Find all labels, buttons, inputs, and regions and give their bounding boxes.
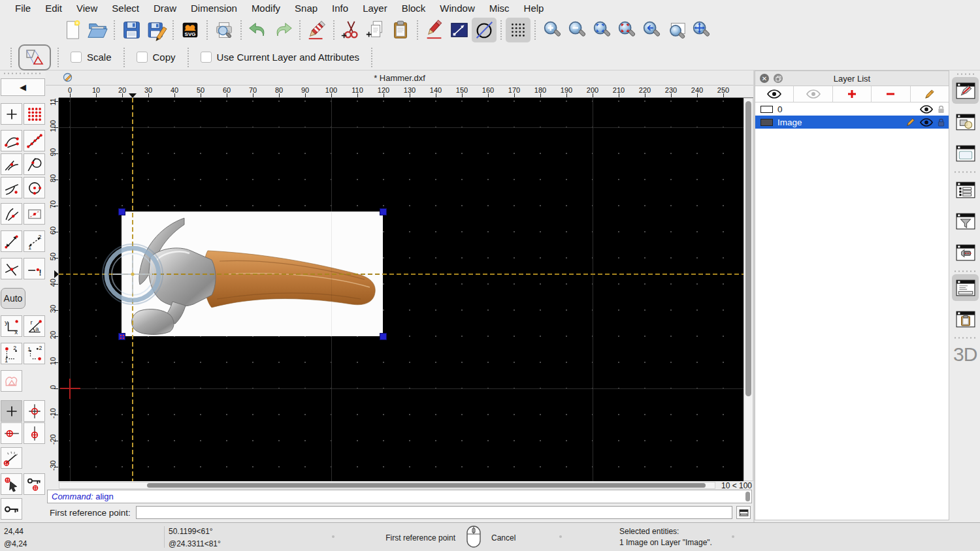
command-widget-toggle-button[interactable] [736, 506, 751, 519]
zoom-window-icon[interactable] [614, 18, 639, 42]
zoom-selection-icon[interactable] [664, 18, 689, 42]
snap-grid-icon[interactable] [24, 103, 45, 125]
snap-center-icon[interactable] [24, 177, 45, 198]
draw-pencil-icon[interactable] [422, 18, 447, 42]
remove-layer-icon[interactable] [872, 86, 910, 102]
layer-visible-eye-icon[interactable] [920, 105, 933, 114]
palette-drag-handle[interactable] [3, 72, 43, 74]
snap-endpoints-icon[interactable] [1, 130, 22, 151]
snap-auto-button[interactable]: Auto [1, 288, 25, 309]
menu-info[interactable]: Info [325, 3, 355, 14]
menu-file[interactable]: File [8, 3, 38, 14]
checkbox-box-icon[interactable] [137, 52, 148, 63]
menu-select[interactable]: Select [105, 3, 146, 14]
checkbox-use-current-layer-and-attributes[interactable]: Use Current Layer and Attributes [201, 52, 359, 63]
paste-icon[interactable] [388, 18, 413, 42]
pen-wizard-toggle-icon[interactable] [952, 239, 979, 266]
restrict-vertical-icon[interactable] [24, 422, 45, 444]
save-as-icon[interactable] [144, 18, 169, 42]
copy-icon[interactable] [363, 18, 388, 42]
layer-lock-icon[interactable] [938, 118, 945, 127]
menu-misc[interactable]: Misc [482, 3, 517, 14]
snap-tangent-icon[interactable] [24, 153, 45, 175]
selection-handle-bottom-left[interactable] [118, 333, 125, 340]
drawing-canvas[interactable] [59, 98, 743, 481]
snap-intersection-manual-icon[interactable] [1, 153, 22, 175]
canvas-vertical-scrollbar[interactable] [743, 98, 753, 481]
snap-reference-icon[interactable] [24, 203, 45, 225]
layer-lock-icon[interactable] [938, 105, 945, 114]
hide-all-layers-eye-icon[interactable] [794, 86, 832, 102]
undo-icon[interactable] [246, 18, 270, 42]
edit-layer-icon[interactable] [911, 86, 949, 102]
line-tool-icon[interactable] [447, 18, 472, 42]
grid-toggle-icon[interactable] [506, 18, 531, 42]
selection-handle-top-right[interactable] [380, 208, 387, 215]
snap-distance-icon[interactable]: 12 [24, 230, 45, 252]
coordinate-xy-icon[interactable]: yx [1, 315, 22, 337]
menu-edit[interactable]: Edit [38, 3, 69, 14]
select-reference-icon[interactable] [1, 473, 22, 495]
menu-window[interactable]: Window [433, 3, 482, 14]
show-all-layers-eye-icon[interactable] [755, 86, 794, 102]
document-title-bar[interactable]: * Hammer.dxf [46, 71, 753, 86]
checkbox-box-icon[interactable] [71, 52, 82, 63]
menu-draw[interactable]: Draw [146, 3, 184, 14]
corner-relative-2-icon[interactable]: 12 [24, 343, 45, 364]
close-icon[interactable]: ✕ [760, 74, 769, 83]
menu-dimension[interactable]: Dimension [184, 3, 244, 14]
delete-eraser-icon[interactable] [304, 18, 329, 42]
palette-back-button[interactable]: ◀ [1, 78, 45, 96]
print-preview-icon[interactable] [212, 18, 237, 42]
vertical-scrollbar-thumb[interactable] [745, 101, 751, 396]
block-list-toggle-icon[interactable] [952, 108, 979, 135]
snap-on-entity-icon[interactable] [24, 130, 45, 151]
zoom-out-icon[interactable] [564, 18, 589, 42]
menu-view[interactable]: View [69, 3, 105, 14]
snap-middle-icon[interactable] [1, 203, 22, 225]
restrict-orthogonal-icon[interactable] [24, 400, 45, 422]
filter-toggle-icon[interactable] [952, 208, 979, 234]
command-line-toggle-icon[interactable] [952, 274, 979, 301]
zoom-auto-icon[interactable] [589, 18, 614, 42]
layer-list-toggle-icon[interactable] [952, 77, 979, 104]
snap-nearest-icon[interactable] [1, 177, 22, 198]
zoom-pan-icon[interactable] [689, 18, 713, 42]
zoom-in-icon[interactable] [540, 18, 564, 42]
save-icon[interactable] [119, 18, 144, 42]
lock-relative-zero-icon[interactable] [24, 473, 45, 495]
menu-snap[interactable]: Snap [287, 3, 325, 14]
menu-layer[interactable]: Layer [355, 3, 395, 14]
menu-block[interactable]: Block [395, 3, 433, 14]
corner-relative-1-icon[interactable]: 12 [1, 343, 22, 364]
checkbox-scale[interactable]: Scale [71, 52, 112, 63]
menu-help[interactable]: Help [517, 3, 551, 14]
library-browser-toggle-icon[interactable] [952, 140, 979, 166]
selection-ghost-icon[interactable] [1, 370, 22, 392]
selection-handle-top-left[interactable] [118, 208, 125, 215]
restrict-nothing-icon[interactable] [1, 400, 22, 422]
checkbox-copy[interactable]: Copy [137, 52, 176, 63]
entity-list-toggle-icon[interactable] [952, 176, 979, 203]
relative-zero-key-icon[interactable] [1, 498, 22, 520]
zoom-previous-icon[interactable] [639, 18, 664, 42]
menu-modify[interactable]: Modify [244, 3, 287, 14]
cut-icon[interactable] [338, 18, 363, 42]
command-history-scrollbar[interactable] [745, 492, 750, 501]
restrict-horizontal-icon[interactable] [1, 422, 22, 444]
snap-limit-icon[interactable]: ! [24, 258, 45, 279]
redo-icon[interactable] [270, 18, 295, 42]
layer-row-0[interactable]: 0 [755, 102, 949, 116]
horizontal-scrollbar-thumb[interactable] [147, 483, 706, 488]
snap-free-icon[interactable] [1, 103, 22, 125]
align-tool-button[interactable] [18, 44, 51, 71]
circle-tool-icon[interactable] [472, 18, 497, 42]
new-file-icon[interactable] [60, 18, 85, 42]
snap-auto-icon[interactable] [1, 230, 22, 252]
coordinate-polar-icon[interactable]: ra [24, 315, 45, 337]
add-layer-icon[interactable] [833, 86, 872, 102]
open-folder-icon[interactable] [85, 18, 110, 42]
layer-row-image[interactable]: Image [755, 116, 949, 129]
checkbox-box-icon[interactable] [201, 52, 212, 63]
layer-visible-eye-icon[interactable] [920, 118, 933, 127]
